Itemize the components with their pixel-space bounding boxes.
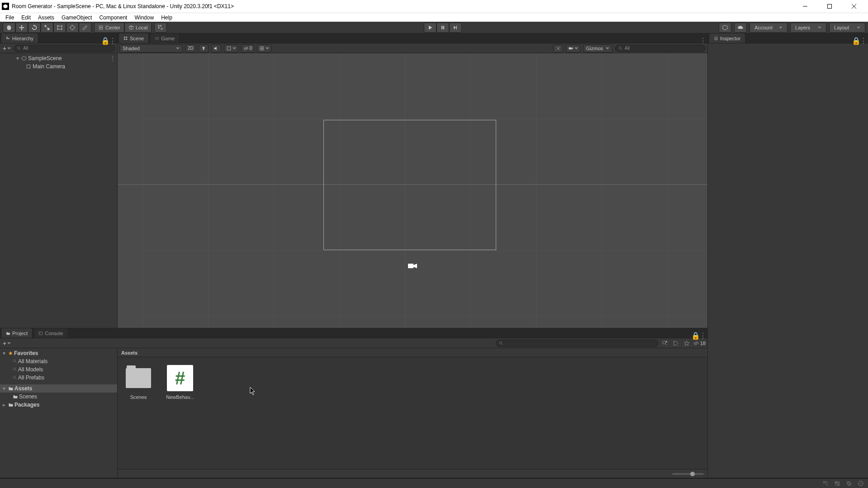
hierarchy-icon <box>6 36 10 41</box>
hierarchy-tab[interactable]: Hierarchy <box>1 33 38 43</box>
svg-rect-24 <box>456 26 457 29</box>
hierarchy-add-button[interactable]: + <box>2 44 12 52</box>
pivot-center-button[interactable]: Center <box>94 23 124 33</box>
project-breadcrumb[interactable]: Assets <box>118 348 707 357</box>
scene-tools-button[interactable] <box>553 44 563 52</box>
svg-point-63 <box>666 341 668 342</box>
svg-marker-64 <box>684 341 689 346</box>
console-tab[interactable]: Console <box>33 328 68 338</box>
inspector-tab[interactable]: Inspector <box>709 33 745 43</box>
project-tab[interactable]: Project <box>1 328 33 338</box>
move-tool-button[interactable] <box>15 23 28 33</box>
scene-grid-dropdown[interactable] <box>257 44 271 52</box>
scene-tab-label: Scene <box>130 36 144 41</box>
project-menu-icon[interactable]: ⋮ <box>699 332 706 338</box>
transform-tool-button[interactable] <box>66 23 79 33</box>
hierarchy-item-main-camera[interactable]: Main Camera <box>0 62 117 71</box>
scene-fx-dropdown[interactable] <box>224 44 238 52</box>
project-fav-all-prefabs[interactable]: All Prefabs <box>0 374 117 382</box>
svg-rect-55 <box>716 38 716 38</box>
project-tab-bar: Project Console 🔒 ⋮ <box>0 328 707 338</box>
asset-zoom-slider[interactable] <box>672 473 704 475</box>
project-search-input[interactable] <box>496 340 659 347</box>
scale-tool-button[interactable] <box>41 23 53 33</box>
search-by-label-icon[interactable] <box>671 339 680 347</box>
menu-window[interactable]: Window <box>131 14 157 22</box>
hierarchy-lock-icon[interactable]: 🔒 <box>101 37 107 43</box>
scene-audio-toggle[interactable] <box>211 44 221 52</box>
window-title: Room Generator - SampleScene - PC, Mac &… <box>12 3 798 9</box>
status-check-icon[interactable] <box>857 480 864 487</box>
scene-tab[interactable]: Scene <box>119 33 149 43</box>
svg-point-14 <box>100 27 102 28</box>
scene-light-toggle[interactable] <box>199 44 209 52</box>
save-search-icon[interactable] <box>682 339 691 347</box>
project-fav-all-materials[interactable]: All Materials <box>0 357 117 365</box>
project-add-button[interactable]: + <box>2 339 12 347</box>
pause-button[interactable] <box>436 23 449 33</box>
maximize-button[interactable] <box>823 0 836 13</box>
svg-marker-41 <box>214 47 216 50</box>
scene-hidden-objects[interactable]: 0 <box>241 44 255 52</box>
menu-file[interactable]: File <box>2 14 18 22</box>
hidden-packages-count[interactable]: 18 <box>693 340 706 346</box>
game-tab[interactable]: Game <box>150 33 180 43</box>
inspector-menu-icon[interactable]: ⋮ <box>860 37 866 43</box>
project-lock-icon[interactable]: 🔒 <box>691 332 697 338</box>
svg-point-48 <box>619 47 621 49</box>
hierarchy-search-input[interactable]: All <box>14 45 115 52</box>
minimize-button[interactable] <box>798 0 812 13</box>
project-assets-row[interactable]: ▾ Assets <box>0 384 117 393</box>
tree-expand-icon[interactable]: ▾ <box>16 55 21 62</box>
pivot-local-button[interactable]: Local <box>124 23 152 33</box>
rect-tool-button[interactable] <box>53 23 66 33</box>
inspector-lock-icon[interactable]: 🔒 <box>852 37 858 43</box>
step-button[interactable] <box>449 23 462 33</box>
custom-tool-button[interactable] <box>79 23 91 33</box>
collab-button[interactable] <box>719 23 731 33</box>
snap-toggle-button[interactable] <box>154 23 167 33</box>
scene-panel-menu-icon[interactable]: ⋮ <box>699 37 706 43</box>
menu-assets[interactable]: Assets <box>34 14 58 22</box>
project-assets-scenes[interactable]: Scenes <box>0 393 117 401</box>
svg-point-11 <box>57 28 58 30</box>
svg-rect-22 <box>443 26 444 29</box>
status-debug-icon[interactable] <box>845 480 853 487</box>
asset-item-scenes[interactable]: Scenes <box>124 364 153 463</box>
account-dropdown[interactable]: Account <box>749 23 787 33</box>
svg-rect-17 <box>160 25 161 26</box>
asset-item-newbehaviour[interactable]: # NewBehav... <box>166 364 194 463</box>
search-by-type-icon[interactable] <box>660 339 669 347</box>
console-tab-label: Console <box>45 331 63 336</box>
status-auto-generate-icon[interactable] <box>822 480 829 487</box>
hierarchy-menu-icon[interactable]: ⋮ <box>109 37 115 43</box>
close-button[interactable] <box>847 0 861 13</box>
svg-point-70 <box>13 376 15 378</box>
unity-scene-icon <box>21 56 27 61</box>
status-cache-icon[interactable] <box>834 480 841 487</box>
shading-mode-dropdown[interactable]: Shaded <box>119 44 183 52</box>
hierarchy-scene-row[interactable]: ▾ SampleScene ⋮ <box>0 54 117 62</box>
scene-search-input[interactable]: All <box>615 45 706 52</box>
hand-tool-button[interactable] <box>3 23 15 33</box>
2d-toggle-button[interactable]: 2D <box>185 44 196 52</box>
menu-component[interactable]: Component <box>95 14 131 22</box>
project-packages-row[interactable]: ▸ Packages <box>0 401 117 409</box>
scene-kebab-icon[interactable]: ⋮ <box>110 55 115 62</box>
layers-dropdown[interactable]: Layers <box>790 23 826 33</box>
menu-gameobject[interactable]: GameObject <box>58 14 95 22</box>
menu-help[interactable]: Help <box>157 14 176 22</box>
scene-view-toolbar: Shaded 2D 0 Gizmos All <box>118 43 707 53</box>
project-fav-all-models[interactable]: All Models <box>0 365 117 374</box>
svg-line-31 <box>19 48 21 50</box>
cloud-button[interactable] <box>734 23 747 33</box>
gizmos-dropdown[interactable]: Gizmos <box>583 44 612 52</box>
menu-edit[interactable]: Edit <box>18 14 34 22</box>
asset-grid[interactable]: Scenes # NewBehav... <box>118 357 707 469</box>
layout-dropdown[interactable]: Layout <box>829 23 865 33</box>
rotate-tool-button[interactable] <box>28 23 41 33</box>
project-favorites-row[interactable]: ▾ ★ Favorites <box>0 349 117 357</box>
scene-camera-dropdown[interactable] <box>566 44 580 52</box>
camera-gizmo-icon[interactable] <box>408 263 417 269</box>
play-button[interactable] <box>424 23 436 33</box>
